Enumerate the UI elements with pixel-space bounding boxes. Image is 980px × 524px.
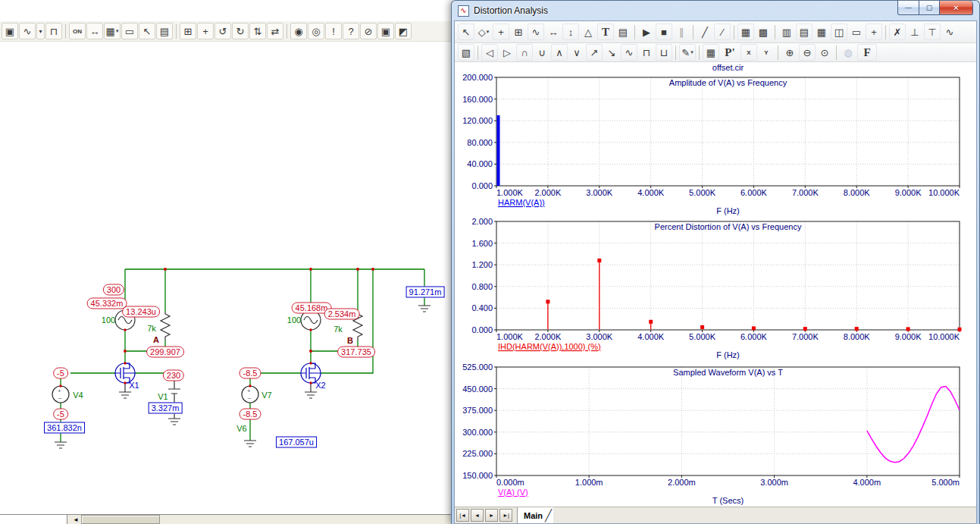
cursor-right-icon[interactable]: ▷ (499, 44, 515, 61)
legend-label[interactable]: V(A) (V) (498, 488, 528, 497)
cursor-mode-icon[interactable]: + (493, 24, 509, 40)
value-label[interactable]: 300 (103, 284, 124, 296)
vertical-tag-icon[interactable]: ↕ (562, 24, 579, 40)
cursor-left-icon[interactable]: ◁ (481, 44, 498, 61)
panel-grid-icon[interactable]: ▦ (813, 24, 830, 40)
pause-button[interactable]: ∥ (673, 24, 690, 40)
value-label[interactable]: 317.735 (337, 347, 375, 358)
component-label[interactable]: 7k (333, 325, 343, 334)
align-top-icon[interactable]: ⊤ (924, 24, 941, 40)
component-label[interactable]: X2 (315, 381, 325, 391)
page-tab-main[interactable]: Main ╱ (517, 507, 553, 523)
color-icon[interactable]: ✎▾ (679, 44, 696, 61)
horizontal-tag-icon[interactable]: ↔ (545, 24, 562, 40)
goto-x-icon[interactable]: X (740, 44, 757, 61)
value-label[interactable]: 299.907 (146, 347, 184, 358)
low-icon[interactable]: ∨ (568, 44, 585, 61)
close-button[interactable]: ✕ (939, 1, 973, 15)
fourier-label[interactable]: F (857, 44, 877, 61)
series-marker (906, 327, 910, 331)
peak-icon[interactable]: ∩ (516, 44, 533, 61)
scope-settings-icon[interactable]: ▧ (458, 44, 474, 61)
text-tool-icon[interactable]: T (597, 24, 614, 40)
select-arrow-icon[interactable]: ↖ (458, 24, 474, 40)
component-label[interactable]: 100 (102, 315, 115, 325)
component-label[interactable]: 7k (147, 324, 156, 334)
crosshair-icon[interactable]: + (866, 24, 882, 40)
axis-label: T (Secs) (712, 496, 744, 505)
panel-split-icon[interactable]: ◫ (831, 24, 847, 40)
legend-label[interactable]: IHD(HARM(V(A)),1000) (%) (498, 342, 601, 351)
graphics-picker-icon[interactable]: ◇▾ (475, 24, 492, 40)
value-label[interactable]: 13.243u (122, 306, 160, 318)
dropdown-arrow-icon[interactable]: ▾ (690, 49, 694, 55)
page-nav-button-2[interactable]: ► (485, 509, 498, 522)
fall-icon[interactable]: ↘ (603, 44, 620, 61)
help-online-icon[interactable]: ◍ (840, 44, 856, 61)
page-nav-button-0[interactable]: |◄ (456, 509, 469, 522)
component-label[interactable]: V7 (261, 391, 271, 400)
line-tool-icon[interactable]: ╱ (697, 24, 713, 40)
page-nav-button-1[interactable]: ◄ (471, 509, 484, 522)
value-label[interactable]: -5 (53, 409, 68, 420)
legend-label[interactable]: HARM(V(A)) (498, 198, 545, 207)
value-label[interactable]: 361.832n (44, 422, 85, 434)
power-label[interactable]: P' (720, 44, 740, 61)
series-marker (752, 326, 756, 330)
zoom-out-icon[interactable]: ⊖ (799, 44, 816, 61)
x-tick-label: 2.000m (668, 478, 696, 487)
properties-icon[interactable]: ▤ (615, 24, 631, 40)
schematic-canvas[interactable]: + − + − (0, 0, 452, 524)
value-label[interactable]: 91.271m (406, 287, 445, 298)
numeric-output-icon[interactable]: ▦ (703, 44, 719, 61)
data-points-icon[interactable]: ▦ (737, 24, 754, 40)
goto-y-icon[interactable]: Y (758, 44, 775, 61)
minimize-button[interactable]: — (897, 1, 919, 15)
zoom-in-icon[interactable]: ⊕ (781, 44, 798, 61)
component-label[interactable]: V1 (158, 392, 168, 402)
component-label[interactable]: B (347, 336, 353, 346)
top-icon[interactable]: ⊓ (638, 44, 655, 61)
value-label[interactable]: -8.5 (240, 409, 261, 420)
rise-icon[interactable]: ↗ (586, 44, 603, 61)
panel-single-icon[interactable]: ▭ (848, 24, 865, 40)
bottom-icon[interactable]: ⊔ (656, 44, 672, 61)
x-tick-label: 2.000K (534, 332, 562, 341)
align-bottom-icon[interactable]: ⊥ (906, 24, 923, 40)
zoom-fit-icon[interactable]: ⊙ (816, 44, 833, 61)
value-label[interactable]: 45.332m (87, 298, 127, 309)
inflection-icon[interactable]: ∿ (621, 44, 637, 61)
page-nav-button-3[interactable]: ►| (499, 509, 512, 522)
value-label[interactable]: 230 (163, 370, 184, 381)
panel-columns-icon[interactable]: ▥ (778, 24, 795, 40)
value-label[interactable]: 2.534m (324, 309, 360, 320)
stop-button[interactable]: ■ (656, 24, 672, 40)
delete-tool-icon[interactable]: ✗ (889, 24, 906, 40)
chart-title: Amplitude of V(A) vs Frequency (669, 78, 787, 87)
titlebar[interactable]: ∿ Distortion Analysis — ▢ ✕ (452, 1, 979, 20)
polyline-tool-icon[interactable]: ∕ (714, 24, 731, 40)
run-button[interactable]: ▶ (638, 24, 655, 40)
dropdown-arrow-icon[interactable]: ▾ (487, 29, 490, 35)
component-label[interactable]: A (153, 335, 159, 345)
component-label[interactable]: 100 (287, 315, 301, 325)
value-label[interactable]: 167.057u (276, 437, 317, 448)
value-label[interactable]: -8.5 (240, 368, 261, 379)
high-icon[interactable]: ∧ (551, 44, 568, 61)
valley-icon[interactable]: ∪ (534, 44, 550, 61)
value-label[interactable]: 3.327m (149, 403, 183, 414)
point-tag-icon[interactable]: ∿ (528, 24, 544, 40)
panel-rows-icon[interactable]: ▤ (796, 24, 812, 40)
value-label[interactable]: -5 (53, 368, 68, 379)
component-label[interactable]: V4 (73, 391, 83, 400)
y-tick-label: 2.000 (471, 217, 493, 226)
component-label[interactable]: V6 (236, 424, 246, 434)
ruler-icon[interactable]: ▩ (755, 24, 772, 40)
smooth-icon[interactable]: ∿ (941, 24, 958, 40)
scale-mode-icon[interactable]: ⊞ (510, 24, 527, 40)
maximize-button[interactable]: ▢ (919, 1, 940, 15)
component-label[interactable]: X1 (129, 381, 139, 391)
performance-tag-icon[interactable]: △ (580, 24, 596, 40)
chart-title: Percent Distortion of V(A) vs Frequency (655, 222, 802, 231)
plot-area[interactable]: offset.cir1.000K2.000K3.000K4.000K5.000K… (455, 62, 976, 507)
